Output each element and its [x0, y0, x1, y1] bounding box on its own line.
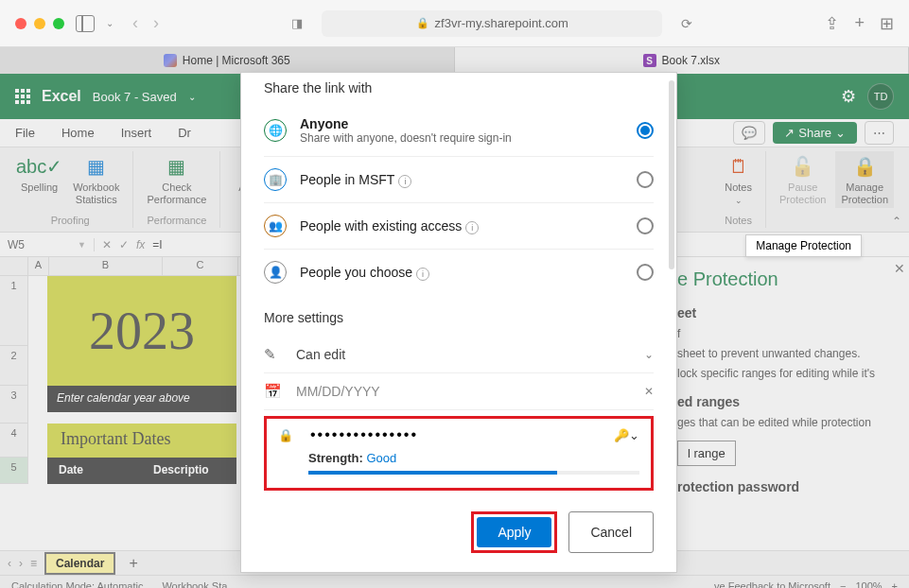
- info-icon[interactable]: i: [416, 268, 429, 281]
- comments-button[interactable]: 💬: [733, 121, 765, 145]
- close-panel-button[interactable]: ✕: [894, 261, 905, 276]
- refresh-button[interactable]: ⟳: [681, 16, 692, 31]
- row-header[interactable]: 5: [0, 458, 28, 484]
- comment-icon: 💬: [742, 126, 757, 140]
- sheet-nav-prev[interactable]: ‹: [8, 557, 11, 570]
- zoom-in-button[interactable]: +: [892, 580, 898, 589]
- radio-specific[interactable]: [637, 264, 654, 281]
- user-avatar[interactable]: TD: [867, 83, 894, 110]
- sidebar-toggle-icon[interactable]: [76, 15, 95, 32]
- person-add-icon: 👤: [264, 261, 287, 284]
- ribbon-tab-draw[interactable]: Dr: [178, 126, 191, 140]
- dialog-scrollbar[interactable]: [669, 80, 674, 269]
- row-header[interactable]: 3: [0, 386, 28, 424]
- panel-section-password: rotection password: [677, 479, 901, 494]
- clear-date-icon[interactable]: ✕: [644, 385, 654, 398]
- cancel-button[interactable]: Cancel: [568, 511, 654, 553]
- tabs-overview-icon[interactable]: ⊞: [880, 13, 894, 34]
- app-launcher-icon[interactable]: [15, 89, 30, 104]
- row-header[interactable]: 1: [0, 276, 28, 346]
- share-option-specific[interactable]: 👤 People you choosei: [264, 250, 654, 295]
- all-sheets-button[interactable]: ≡: [30, 557, 37, 570]
- share-button[interactable]: ↗Share⌄: [773, 122, 857, 144]
- more-button[interactable]: ⋯: [865, 121, 894, 145]
- workbook-stats-button[interactable]: ▦Workbook Statistics: [67, 151, 125, 208]
- pause-icon: 🔓: [790, 153, 816, 180]
- share-option-anyone[interactable]: 🌐 Anyone Share with anyone, doesn't requ…: [264, 105, 654, 157]
- apply-highlight: Apply: [471, 511, 557, 553]
- col-header[interactable]: A: [28, 257, 49, 275]
- formula-input[interactable]: =I: [152, 238, 162, 251]
- ribbon-tab-home[interactable]: Home: [61, 126, 95, 140]
- share-option-existing[interactable]: 👥 People with existing accessi: [264, 203, 654, 250]
- spellcheck-icon: abc✓: [26, 153, 53, 180]
- notes-button[interactable]: 🗒Notes⌄: [719, 151, 758, 207]
- back-button[interactable]: ‹: [132, 13, 138, 33]
- forward-button[interactable]: ›: [153, 13, 159, 33]
- col-header[interactable]: B: [49, 257, 163, 275]
- close-window-button[interactable]: [15, 18, 26, 29]
- col-header[interactable]: C: [163, 257, 238, 275]
- m365-icon: [164, 54, 177, 67]
- fx-icon[interactable]: fx: [136, 238, 145, 251]
- privacy-shield-icon[interactable]: ◨: [291, 16, 303, 30]
- share-icon[interactable]: ⇪: [825, 13, 839, 34]
- spelling-button[interactable]: abc✓Spelling: [15, 151, 63, 196]
- calc-mode-label: Calculation Mode: Automatic: [11, 580, 143, 589]
- share-option-org[interactable]: 🏢 People in MSFTi: [264, 157, 654, 203]
- password-visibility-toggle[interactable]: 🔑⌄: [614, 428, 639, 442]
- ribbon-tab-file[interactable]: File: [15, 126, 35, 140]
- app-name: Excel: [42, 88, 81, 105]
- people-icon: 👥: [264, 215, 287, 237]
- apply-button[interactable]: Apply: [477, 517, 551, 547]
- sheet-tab-calendar[interactable]: Calendar: [44, 552, 115, 575]
- manage-protection-button[interactable]: 🔒Manage Protection: [835, 151, 894, 208]
- minimize-window-button[interactable]: [34, 18, 45, 29]
- radio-org[interactable]: [637, 171, 654, 188]
- radio-existing[interactable]: [637, 217, 654, 234]
- chevron-down-icon: ⌄: [644, 348, 654, 361]
- year-cell[interactable]: 2023: [47, 276, 236, 386]
- name-box[interactable]: W5▼: [0, 238, 95, 251]
- feedback-link[interactable]: ve Feedback to Microsoft: [714, 580, 830, 589]
- zoom-out-button[interactable]: −: [840, 580, 846, 589]
- chevron-down-icon[interactable]: ⌄: [106, 18, 114, 28]
- document-name[interactable]: Book 7 - Saved: [93, 90, 177, 104]
- chevron-down-icon: ▼: [78, 240, 86, 250]
- tab-m365[interactable]: Home | Microsoft 365: [0, 47, 455, 74]
- check-performance-button[interactable]: ▦Check Performance: [141, 151, 212, 208]
- ribbon-tab-insert[interactable]: Insert: [121, 126, 152, 140]
- doc-menu-chevron-icon[interactable]: ⌄: [188, 92, 196, 102]
- tab-book7[interactable]: S Book 7.xlsx: [455, 47, 910, 74]
- radio-anyone[interactable]: [637, 122, 654, 139]
- confirm-formula-icon[interactable]: ✓: [119, 238, 129, 251]
- expiry-date-field[interactable]: 📅 MM/DD/YYYY ✕: [264, 373, 654, 410]
- sheet-nav-next[interactable]: ›: [19, 557, 23, 570]
- group-performance-label: Performance: [147, 213, 206, 228]
- address-bar[interactable]: 🔒 zf3vr-my.sharepoint.com: [322, 10, 662, 37]
- row-header[interactable]: 2: [0, 346, 28, 386]
- lock-icon: 🔒: [416, 17, 429, 29]
- ribbon-collapse-icon[interactable]: ⌃: [892, 215, 901, 228]
- workbook-stats-label: Workbook Sta: [162, 580, 227, 589]
- row-header[interactable]: 4: [0, 424, 28, 458]
- add-sheet-button[interactable]: +: [123, 555, 143, 572]
- browser-tabs: Home | Microsoft 365 S Book 7.xlsx: [0, 47, 909, 74]
- unlock-range-button[interactable]: l range: [677, 441, 736, 466]
- window-controls: [15, 18, 64, 29]
- maximize-window-button[interactable]: [53, 18, 64, 29]
- password-input[interactable]: [310, 426, 601, 443]
- cancel-formula-icon[interactable]: ✕: [102, 238, 112, 251]
- new-tab-button[interactable]: +: [854, 13, 865, 34]
- settings-gear-icon[interactable]: ⚙: [841, 86, 856, 107]
- panel-title: e Protection: [677, 268, 901, 290]
- info-icon[interactable]: i: [465, 221, 479, 234]
- building-icon: 🏢: [264, 168, 287, 191]
- select-all-corner[interactable]: [0, 257, 28, 275]
- info-icon[interactable]: i: [398, 175, 411, 188]
- pause-protection-button[interactable]: 🔓Pause Protection: [774, 151, 832, 208]
- permission-selector[interactable]: ✎ Can edit ⌄: [264, 337, 654, 373]
- strength-label: Strength:: [308, 451, 363, 465]
- tooltip: Manage Protection: [745, 234, 862, 257]
- share-with-title: Share the link with: [264, 80, 654, 95]
